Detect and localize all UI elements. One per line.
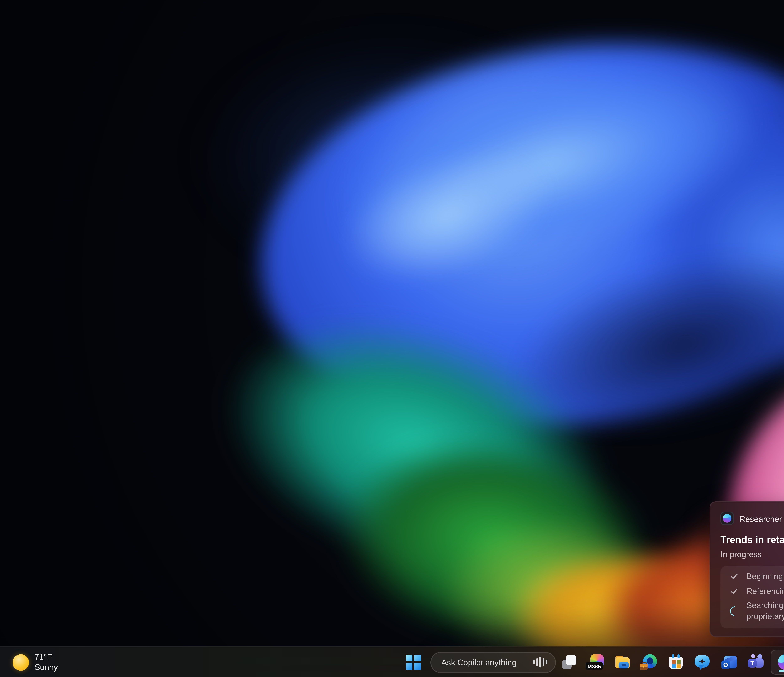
copilot-chat-button[interactable] <box>689 649 716 675</box>
researcher-sphere-icon <box>723 514 731 523</box>
file-explorer-button[interactable] <box>609 649 636 675</box>
researcher-toast[interactable]: Researcher Trends in retail personalizat… <box>709 502 784 637</box>
toast-title: Trends in retail personalization <box>720 534 784 545</box>
copilot-chat-icon <box>695 654 710 670</box>
microsoft-store-icon <box>668 654 684 670</box>
m365-badge: M365 <box>586 662 603 670</box>
step-label: Referencing structured invention d… <box>747 586 784 596</box>
weather-widget[interactable]: 71°F Sunny <box>8 647 62 677</box>
toast-step: Searching across public and proprietary … <box>729 600 784 622</box>
voice-waveform-icon[interactable] <box>533 657 547 668</box>
toast-step: Referencing structured invention d… <box>729 586 784 596</box>
step-label: Beginning research <box>747 571 784 582</box>
microsoft-store-button[interactable] <box>663 649 689 675</box>
weather-text: 71°F Sunny <box>34 652 58 672</box>
outlook-icon: O <box>721 654 737 670</box>
toast-step: Beginning research <box>729 571 784 582</box>
edge-briefcase-icon <box>641 654 657 670</box>
researcher-sphere-icon <box>778 654 784 670</box>
teams-icon: T <box>748 654 764 670</box>
outlook-badge: O <box>721 660 730 669</box>
wallpaper-vignette <box>0 0 784 677</box>
edge-button[interactable] <box>636 649 663 675</box>
start-button[interactable] <box>403 649 423 675</box>
researcher-app-button-active[interactable] <box>771 649 784 675</box>
teams-badge: T <box>748 659 756 668</box>
copilot-search-input[interactable]: Ask Copilot anything <box>431 652 556 673</box>
progress-spinner-icon <box>729 607 739 616</box>
toast-status: In progress <box>720 549 784 559</box>
active-app-indicator <box>778 670 784 672</box>
outlook-button[interactable]: O <box>716 649 742 675</box>
toast-header: Researcher <box>720 512 784 525</box>
task-view-icon <box>562 654 577 670</box>
step-label: Searching across public and proprietary … <box>747 600 784 622</box>
taskbar-center: Ask Copilot anything M365 <box>403 647 784 677</box>
sun-icon <box>12 654 29 671</box>
weather-condition: Sunny <box>34 662 58 672</box>
check-icon <box>729 587 739 596</box>
m365-copilot-button[interactable]: M365 <box>582 649 609 675</box>
file-explorer-icon <box>614 654 630 670</box>
search-placeholder: Ask Copilot anything <box>442 657 533 667</box>
researcher-app-icon <box>720 512 734 525</box>
toast-app-name: Researcher <box>739 514 782 523</box>
toast-steps-panel: Beginning research Referencing structure… <box>720 566 784 628</box>
taskbar: 71°F Sunny Ask Copilot anything M365 <box>0 646 784 677</box>
desktop: Researcher Trends in retail personalizat… <box>0 0 784 677</box>
m365-copilot-icon: M365 <box>588 654 604 670</box>
teams-button[interactable]: T <box>742 649 769 675</box>
windows-logo-icon <box>406 655 421 670</box>
weather-temp: 71°F <box>34 652 58 662</box>
wallpaper <box>0 0 784 677</box>
task-view-button[interactable] <box>556 649 582 675</box>
check-icon <box>729 572 739 581</box>
